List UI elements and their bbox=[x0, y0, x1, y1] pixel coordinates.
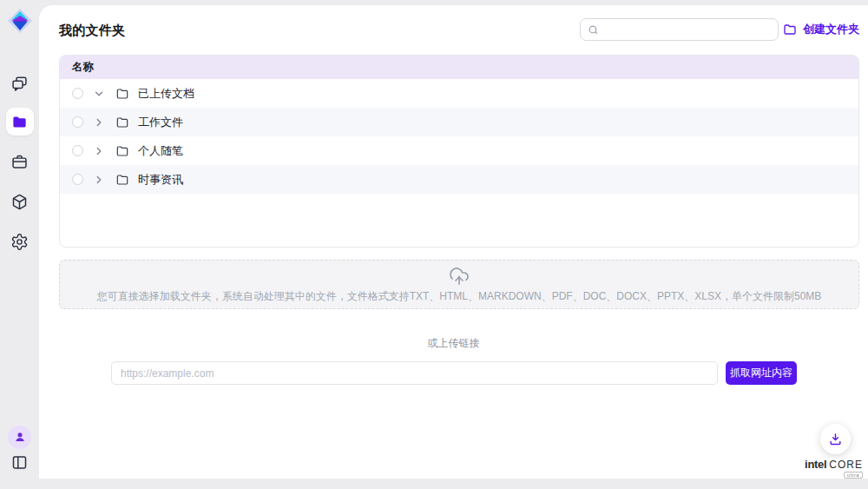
download-icon bbox=[828, 432, 843, 446]
search-input[interactable] bbox=[604, 23, 771, 36]
table-body: 已上传文档 工作文件 个人随笔 bbox=[60, 79, 858, 194]
folder-icon bbox=[115, 87, 129, 101]
folder-name: 已上传文档 bbox=[138, 86, 194, 102]
briefcase-icon bbox=[10, 153, 29, 171]
app-logo-icon[interactable] bbox=[7, 8, 33, 34]
folder-row[interactable]: 时事资讯 bbox=[60, 165, 858, 194]
chevron-right-icon[interactable] bbox=[93, 145, 105, 157]
search-box[interactable] bbox=[580, 18, 779, 41]
or-upload-link-label: 或上传链接 bbox=[39, 336, 868, 351]
folder-name: 工作文件 bbox=[138, 115, 183, 130]
download-fab-button[interactable] bbox=[820, 424, 851, 454]
chevron-right-icon[interactable] bbox=[93, 116, 105, 129]
sidebar-item-models[interactable] bbox=[0, 188, 39, 215]
sidebar-item-settings[interactable] bbox=[0, 228, 39, 255]
fetch-url-button[interactable]: 抓取网址内容 bbox=[726, 361, 797, 385]
url-upload-row: 抓取网址内容 bbox=[111, 361, 797, 385]
row-checkbox[interactable] bbox=[72, 88, 83, 99]
ultra-badge: ultra bbox=[844, 472, 863, 479]
sidebar-item-workspace[interactable] bbox=[0, 148, 39, 175]
sidebar-item-folders[interactable] bbox=[0, 108, 39, 135]
folder-icon bbox=[115, 144, 129, 158]
folder-icon bbox=[115, 116, 129, 129]
row-checkbox[interactable] bbox=[72, 116, 83, 128]
create-folder-label: 创建文件夹 bbox=[803, 22, 859, 37]
avatar bbox=[8, 426, 31, 449]
row-checkbox[interactable] bbox=[72, 145, 83, 156]
page-title: 我的文件夹 bbox=[59, 23, 126, 39]
folder-icon bbox=[11, 114, 28, 130]
sidebar-item-account[interactable] bbox=[0, 423, 39, 451]
folder-table: 名称 已上传文档 工作文件 bbox=[59, 55, 859, 248]
main-panel: 我的文件夹 创建文件夹 名称 已上传文档 bbox=[39, 5, 868, 479]
table-header-name: 名称 bbox=[60, 56, 858, 79]
intel-core-logo: intel core ultra bbox=[806, 458, 863, 479]
folder-icon bbox=[115, 173, 129, 187]
row-checkbox[interactable] bbox=[72, 174, 83, 185]
gear-icon bbox=[10, 233, 29, 251]
sidebar-item-chat[interactable] bbox=[0, 69, 39, 97]
folder-name: 时事资讯 bbox=[138, 172, 183, 188]
sidebar bbox=[0, 0, 39, 489]
folder-row[interactable]: 个人随笔 bbox=[60, 136, 858, 165]
upload-dropzone[interactable]: 您可直接选择加载文件夹，系统自动处理其中的文件，文件格式支持TXT、HTML、M… bbox=[59, 260, 859, 309]
folder-name: 个人随笔 bbox=[138, 143, 183, 159]
search-icon bbox=[588, 24, 599, 36]
create-folder-button[interactable]: 创建文件夹 bbox=[783, 22, 859, 37]
sidebar-item-collapse[interactable] bbox=[0, 448, 39, 476]
chevron-right-icon[interactable] bbox=[93, 174, 105, 186]
chevron-down-icon[interactable] bbox=[93, 88, 105, 100]
folder-row[interactable]: 已上传文档 bbox=[60, 79, 858, 108]
cube-icon bbox=[10, 193, 29, 211]
user-icon bbox=[13, 430, 27, 444]
chat-icon bbox=[10, 75, 29, 93]
upload-hint: 您可直接选择加载文件夹，系统自动处理其中的文件，文件格式支持TXT、HTML、M… bbox=[97, 289, 822, 304]
url-input[interactable] bbox=[111, 361, 718, 385]
core-logo-text: core bbox=[829, 459, 863, 471]
cloud-upload-icon bbox=[449, 266, 470, 287]
intel-logo-text: intel bbox=[805, 458, 826, 471]
folder-row[interactable]: 工作文件 bbox=[60, 108, 858, 136]
folder-plus-icon bbox=[783, 23, 797, 36]
panel-layout-icon bbox=[10, 453, 29, 472]
